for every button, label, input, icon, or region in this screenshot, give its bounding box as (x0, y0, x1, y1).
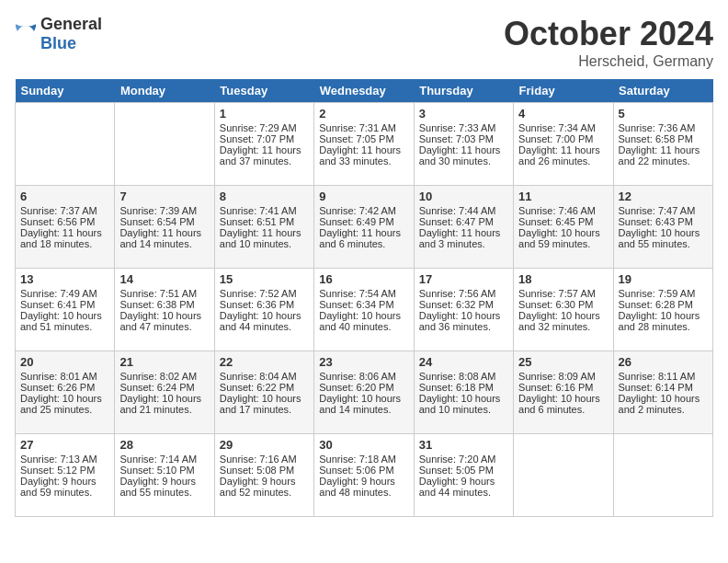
location-title: Herscheid, Germany (504, 53, 713, 70)
sunrise-text: Sunrise: 7:51 AM (119, 288, 197, 299)
calendar-cell: 31 Sunrise: 7:20 AM Sunset: 5:05 PM Dayl… (414, 434, 513, 517)
calendar-cell: 30 Sunrise: 7:18 AM Sunset: 5:06 PM Dayl… (314, 434, 414, 517)
sunset-text: Sunset: 6:36 PM (220, 299, 294, 310)
calendar-cell: 26 Sunrise: 8:11 AM Sunset: 6:14 PM Dayl… (613, 351, 712, 434)
day-number: 3 (419, 107, 508, 121)
calendar-cell (115, 103, 214, 186)
day-number: 5 (619, 107, 708, 121)
daylight-text: Daylight: 10 hours and 21 minutes. (119, 393, 201, 415)
day-number: 26 (619, 355, 708, 369)
calendar-week-row: 13 Sunrise: 7:49 AM Sunset: 6:41 PM Dayl… (16, 269, 713, 351)
calendar-week-row: 1 Sunrise: 7:29 AM Sunset: 7:07 PM Dayli… (16, 103, 713, 186)
day-number: 11 (518, 190, 608, 203)
title-block: October 2024 Herscheid, Germany (504, 15, 713, 70)
calendar-week-row: 20 Sunrise: 8:01 AM Sunset: 6:26 PM Dayl… (16, 351, 713, 434)
sunrise-text: Sunrise: 7:14 AM (119, 454, 197, 465)
calendar-cell: 6 Sunrise: 7:37 AM Sunset: 6:56 PM Dayli… (16, 186, 115, 269)
day-number: 27 (20, 438, 109, 452)
calendar-cell: 12 Sunrise: 7:47 AM Sunset: 6:43 PM Dayl… (613, 186, 712, 269)
daylight-text: Daylight: 10 hours and 59 minutes. (518, 227, 600, 249)
sunset-text: Sunset: 5:10 PM (119, 465, 194, 476)
day-number: 13 (20, 272, 109, 286)
sunset-text: Sunset: 6:22 PM (220, 382, 294, 393)
sunrise-text: Sunrise: 8:06 AM (319, 371, 396, 382)
col-header-monday: Monday (115, 79, 214, 103)
calendar-cell: 28 Sunrise: 7:14 AM Sunset: 5:10 PM Dayl… (115, 434, 214, 517)
day-number: 14 (119, 272, 209, 286)
calendar-cell: 19 Sunrise: 7:59 AM Sunset: 6:28 PM Dayl… (613, 269, 712, 351)
calendar-cell (514, 434, 613, 517)
sunrise-text: Sunrise: 8:08 AM (419, 371, 496, 382)
sunrise-text: Sunrise: 7:34 AM (518, 122, 596, 133)
sunrise-text: Sunrise: 8:02 AM (119, 371, 197, 382)
sunrise-text: Sunrise: 7:16 AM (220, 454, 297, 465)
daylight-text: Daylight: 11 hours and 37 minutes. (220, 144, 301, 167)
calendar-header-row: SundayMondayTuesdayWednesdayThursdayFrid… (16, 79, 713, 103)
sunset-text: Sunset: 7:00 PM (518, 133, 593, 144)
calendar-cell: 13 Sunrise: 7:49 AM Sunset: 6:41 PM Dayl… (16, 269, 115, 351)
day-number: 18 (518, 272, 608, 286)
sunrise-text: Sunrise: 8:09 AM (518, 371, 596, 382)
sunset-text: Sunset: 7:05 PM (319, 133, 393, 144)
daylight-text: Daylight: 10 hours and 25 minutes. (20, 393, 102, 415)
day-number: 10 (419, 190, 508, 203)
day-number: 23 (319, 355, 408, 369)
calendar-cell: 25 Sunrise: 8:09 AM Sunset: 6:16 PM Dayl… (514, 351, 613, 434)
sunrise-text: Sunrise: 7:54 AM (319, 288, 396, 299)
daylight-text: Daylight: 9 hours and 55 minutes. (119, 476, 196, 498)
sunrise-text: Sunrise: 7:20 AM (419, 454, 496, 465)
day-number: 30 (319, 438, 408, 452)
sunrise-text: Sunrise: 7:33 AM (419, 122, 496, 133)
day-number: 6 (20, 190, 109, 203)
day-number: 8 (220, 190, 309, 203)
day-number: 15 (220, 272, 309, 286)
daylight-text: Daylight: 10 hours and 55 minutes. (619, 227, 700, 249)
day-number: 25 (518, 355, 608, 369)
calendar-cell: 21 Sunrise: 8:02 AM Sunset: 6:24 PM Dayl… (115, 351, 214, 434)
daylight-text: Daylight: 10 hours and 28 minutes. (619, 310, 700, 332)
col-header-thursday: Thursday (414, 79, 513, 103)
sunset-text: Sunset: 6:30 PM (518, 299, 593, 310)
daylight-text: Daylight: 10 hours and 51 minutes. (20, 310, 102, 332)
daylight-text: Daylight: 10 hours and 40 minutes. (319, 310, 401, 332)
col-header-friday: Friday (514, 79, 613, 103)
calendar-cell: 3 Sunrise: 7:33 AM Sunset: 7:03 PM Dayli… (414, 103, 513, 186)
sunrise-text: Sunrise: 7:29 AM (220, 122, 297, 133)
sunset-text: Sunset: 6:43 PM (619, 216, 693, 227)
sunset-text: Sunset: 7:03 PM (419, 133, 494, 144)
calendar-cell: 27 Sunrise: 7:13 AM Sunset: 5:12 PM Dayl… (16, 434, 115, 517)
sunset-text: Sunset: 6:58 PM (619, 133, 693, 144)
daylight-text: Daylight: 11 hours and 33 minutes. (319, 144, 401, 167)
day-number: 29 (220, 438, 309, 452)
month-title: October 2024 (504, 15, 713, 53)
sunset-text: Sunset: 6:28 PM (619, 299, 693, 310)
sunset-text: Sunset: 6:45 PM (518, 216, 593, 227)
day-number: 24 (419, 355, 508, 369)
daylight-text: Daylight: 11 hours and 30 minutes. (419, 144, 501, 167)
sunrise-text: Sunrise: 7:56 AM (419, 288, 496, 299)
calendar-cell: 7 Sunrise: 7:39 AM Sunset: 6:54 PM Dayli… (115, 186, 214, 269)
col-header-saturday: Saturday (613, 79, 712, 103)
day-number: 2 (319, 107, 408, 121)
daylight-text: Daylight: 9 hours and 44 minutes. (419, 476, 495, 498)
daylight-text: Daylight: 10 hours and 44 minutes. (220, 310, 301, 332)
daylight-text: Daylight: 11 hours and 6 minutes. (319, 227, 401, 249)
sunset-text: Sunset: 6:32 PM (419, 299, 494, 310)
sunset-text: Sunset: 6:41 PM (20, 299, 95, 310)
sunset-text: Sunset: 6:54 PM (119, 216, 194, 227)
daylight-text: Daylight: 11 hours and 18 minutes. (20, 227, 102, 249)
calendar-cell: 16 Sunrise: 7:54 AM Sunset: 6:34 PM Dayl… (314, 269, 414, 351)
sunset-text: Sunset: 6:20 PM (319, 382, 393, 393)
logo-blue-text: Blue (40, 34, 76, 52)
daylight-text: Daylight: 10 hours and 17 minutes. (220, 393, 301, 415)
calendar-cell: 8 Sunrise: 7:41 AM Sunset: 6:51 PM Dayli… (214, 186, 313, 269)
sunset-text: Sunset: 6:56 PM (20, 216, 95, 227)
daylight-text: Daylight: 10 hours and 10 minutes. (419, 393, 501, 415)
sunrise-text: Sunrise: 7:36 AM (619, 122, 696, 133)
sunrise-text: Sunrise: 7:37 AM (20, 205, 97, 216)
daylight-text: Daylight: 9 hours and 52 minutes. (220, 476, 296, 498)
sunrise-text: Sunrise: 8:01 AM (20, 371, 97, 382)
day-number: 12 (619, 190, 708, 203)
calendar-cell: 22 Sunrise: 8:04 AM Sunset: 6:22 PM Dayl… (214, 351, 313, 434)
logo-icon (15, 23, 37, 45)
